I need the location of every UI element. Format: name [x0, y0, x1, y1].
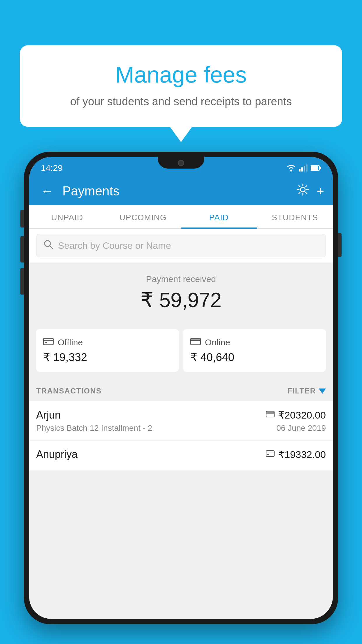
filter-icon	[319, 388, 326, 394]
tab-students[interactable]: STUDENTS	[257, 205, 333, 228]
payment-cards: Offline ₹ 19,332 Online	[29, 329, 333, 381]
transactions-header: TRANSACTIONS FILTER	[29, 381, 333, 401]
filter-button[interactable]: FILTER	[287, 386, 326, 396]
offline-amount: ₹ 19,332	[43, 351, 172, 364]
offline-label: Offline	[58, 337, 83, 347]
settings-button[interactable]	[296, 183, 310, 199]
svg-rect-14	[191, 338, 201, 345]
online-icon	[190, 337, 201, 347]
offline-card-header: Offline	[43, 337, 172, 347]
offline-payment-card: Offline ₹ 19,332	[36, 329, 179, 372]
search-placeholder: Search by Course or Name	[58, 240, 171, 251]
svg-rect-16	[266, 411, 274, 417]
phone-outer: 14:29	[24, 152, 338, 624]
transaction-top: Arjun ₹20320.00	[36, 409, 326, 421]
svg-rect-6	[311, 166, 318, 170]
add-button[interactable]: +	[317, 184, 324, 198]
svg-point-8	[301, 187, 305, 192]
transaction-name: Anupriya	[36, 448, 78, 461]
header-actions: +	[296, 183, 324, 199]
svg-rect-3	[304, 166, 305, 172]
search-bar[interactable]: Search by Course or Name	[36, 234, 326, 257]
search-icon	[43, 239, 53, 252]
transactions-label: TRANSACTIONS	[36, 386, 102, 396]
transaction-date: 06 June 2019	[276, 424, 326, 433]
phone-notch	[158, 157, 204, 169]
transaction-bottom: Physics Batch 12 Installment - 2 06 June…	[36, 424, 326, 433]
svg-rect-7	[320, 167, 321, 169]
svg-rect-4	[306, 164, 307, 172]
svg-rect-20	[267, 454, 269, 455]
svg-rect-13	[45, 342, 47, 343]
svg-point-0	[290, 170, 292, 172]
transaction-amount: ₹19332.00	[278, 449, 326, 460]
online-payment-icon	[266, 411, 275, 420]
phone-container: 14:29	[24, 152, 338, 644]
header-title: Payments	[62, 184, 290, 198]
payment-total-amount: ₹ 59,972	[36, 288, 326, 312]
tab-paid[interactable]: PAID	[181, 205, 257, 228]
svg-rect-2	[301, 167, 303, 172]
battery-icon	[311, 165, 321, 171]
tab-upcoming[interactable]: UPCOMING	[105, 205, 181, 228]
status-icons	[286, 164, 321, 172]
volume-up-button	[20, 236, 24, 262]
online-label: Online	[205, 337, 230, 347]
online-card-header: Online	[190, 337, 319, 347]
search-container: Search by Course or Name	[29, 229, 333, 262]
transaction-row[interactable]: Arjun ₹20320.00 Physics Batch 12 Install…	[29, 401, 333, 441]
svg-line-10	[50, 246, 53, 249]
transaction-top: Anupriya ₹19332.00	[36, 448, 326, 461]
wifi-icon	[286, 164, 296, 172]
power-button	[338, 233, 342, 257]
online-payment-card: Online ₹ 40,640	[183, 329, 326, 372]
front-camera	[178, 160, 184, 166]
status-time: 14:29	[41, 163, 63, 173]
bubble-subtitle: of your students and send receipts to pa…	[37, 94, 325, 109]
transaction-amount: ₹20320.00	[278, 409, 326, 421]
offline-payment-icon	[266, 450, 275, 459]
offline-icon	[43, 337, 54, 347]
bubble-title: Manage fees	[37, 61, 325, 89]
silent-button	[20, 210, 24, 228]
payment-summary: Payment received ₹ 59,972	[29, 262, 333, 329]
app-header: ← Payments +	[29, 177, 333, 205]
speech-bubble: Manage fees of your students and send re…	[20, 45, 342, 127]
phone-screen: 14:29	[29, 157, 333, 619]
transaction-amount-wrap: ₹19332.00	[266, 449, 326, 460]
tab-unpaid[interactable]: UNPAID	[29, 205, 105, 228]
filter-label: FILTER	[287, 386, 316, 396]
svg-rect-18	[266, 451, 274, 456]
volume-down-button	[20, 268, 24, 295]
transaction-amount-wrap: ₹20320.00	[266, 409, 326, 421]
online-amount: ₹ 40,640	[190, 351, 319, 364]
svg-rect-11	[43, 338, 53, 345]
transaction-name: Arjun	[36, 409, 61, 421]
signal-icon	[299, 164, 308, 172]
back-button[interactable]: ←	[38, 181, 57, 201]
payment-label: Payment received	[36, 274, 326, 284]
svg-rect-1	[299, 169, 301, 172]
transaction-row[interactable]: Anupriya ₹19332.00	[29, 441, 333, 471]
transaction-course: Physics Batch 12 Installment - 2	[36, 424, 152, 433]
tabs: UNPAID UPCOMING PAID STUDENTS	[29, 205, 333, 229]
